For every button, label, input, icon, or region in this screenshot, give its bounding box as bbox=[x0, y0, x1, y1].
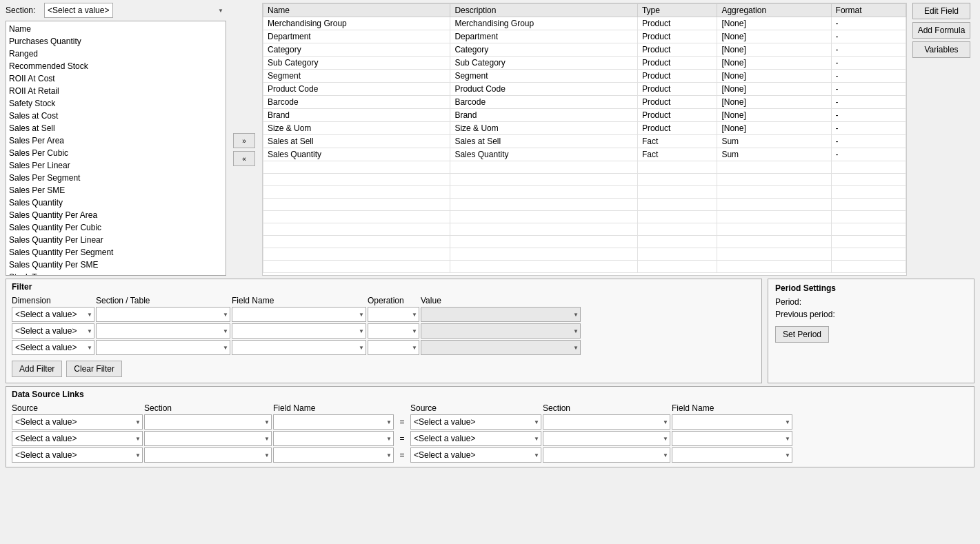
table-row[interactable] bbox=[263, 236, 906, 248]
ds-source2-select-2[interactable]: <Select a value> bbox=[410, 431, 541, 446]
filter-dimension-select-3[interactable]: <Select a value> bbox=[12, 340, 94, 355]
table-row[interactable]: DepartmentDepartmentProduct[None]- bbox=[263, 30, 906, 43]
table-row[interactable] bbox=[263, 248, 906, 261]
table-row[interactable] bbox=[263, 161, 906, 174]
filter-field-select-1[interactable] bbox=[232, 307, 366, 322]
table-row[interactable] bbox=[263, 261, 906, 273]
list-item[interactable]: Sales Per Area bbox=[6, 134, 226, 147]
filter-field-select-2[interactable] bbox=[232, 323, 366, 339]
table-cell: Category bbox=[263, 43, 450, 57]
set-period-button[interactable]: Set Period bbox=[775, 326, 829, 343]
edit-field-button[interactable]: Edit Field bbox=[912, 3, 970, 19]
list-item[interactable]: Sales Per SME bbox=[6, 184, 226, 197]
table-row[interactable]: SegmentSegmentProduct[None]- bbox=[263, 70, 906, 83]
list-item[interactable]: Sales Quantity Per SME bbox=[6, 259, 226, 271]
ds-field2-select-3[interactable] bbox=[672, 447, 792, 463]
filter-dimension-select-2[interactable]: <Select a value> bbox=[12, 323, 94, 339]
table-cell bbox=[717, 223, 831, 236]
table-row[interactable]: Sales at SellSales at SellFactSum- bbox=[263, 135, 906, 148]
table-row[interactable]: Merchandising GroupMerchandising GroupPr… bbox=[263, 17, 906, 30]
list-item[interactable]: ROII At Retail bbox=[6, 85, 226, 97]
list-item[interactable]: Sales at Sell bbox=[6, 122, 226, 134]
section-select[interactable]: <Select a value> bbox=[44, 3, 113, 18]
list-item[interactable]: Sales Per Linear bbox=[6, 159, 226, 172]
table-row[interactable] bbox=[263, 174, 906, 186]
filter-dim-wrapper-2: <Select a value> bbox=[12, 323, 94, 339]
list-item[interactable]: Recommended Stock bbox=[6, 60, 226, 72]
ds-source2-select-3[interactable]: <Select a value> bbox=[410, 447, 541, 463]
list-item[interactable]: Sales at Cost bbox=[6, 110, 226, 122]
ds-field2-select-1[interactable] bbox=[672, 414, 792, 430]
arrow-right-btn[interactable]: » bbox=[233, 133, 255, 148]
list-item[interactable]: Safety Stock bbox=[6, 97, 226, 110]
ds-source1-select-3[interactable]: <Select a value> bbox=[12, 447, 143, 463]
filter-header-field: Field Name bbox=[232, 296, 366, 305]
table-row[interactable]: BrandBrandProduct[None]- bbox=[263, 109, 906, 122]
ds-field1-select-2[interactable] bbox=[273, 431, 394, 446]
list-item[interactable]: ROII At Cost bbox=[6, 72, 226, 85]
table-row[interactable] bbox=[263, 186, 906, 199]
table-row[interactable] bbox=[263, 199, 906, 211]
filter-dimension-select-1[interactable]: <Select a value> bbox=[12, 307, 94, 322]
list-item[interactable]: Sales Quantity bbox=[6, 197, 226, 209]
filter-section-select-1[interactable] bbox=[96, 307, 230, 322]
ds-field2-select-2[interactable] bbox=[672, 431, 792, 446]
table-row[interactable]: BarcodeBarcodeProduct[None]- bbox=[263, 96, 906, 109]
ds-source2-select-1[interactable]: <Select a value> bbox=[410, 414, 541, 430]
table-cell: - bbox=[831, 148, 906, 161]
ds-header-section1: Section bbox=[144, 403, 272, 413]
table-cell: Sub Category bbox=[450, 57, 637, 70]
table-row[interactable]: Sub CategorySub CategoryProduct[None]- bbox=[263, 57, 906, 70]
add-formula-button[interactable]: Add Formula bbox=[912, 22, 970, 39]
filter-operation-select-3[interactable] bbox=[368, 340, 419, 355]
ds-source1-select-2[interactable]: <Select a value> bbox=[12, 431, 143, 446]
table-row[interactable]: Product CodeProduct CodeProduct[None]- bbox=[263, 83, 906, 96]
clear-filter-button[interactable]: Clear Filter bbox=[66, 361, 122, 377]
ds-source1-select-1[interactable]: <Select a value> bbox=[12, 414, 143, 430]
table-row[interactable]: Size & UomSize & UomProduct[None]- bbox=[263, 122, 906, 135]
ds-field1-select-3[interactable] bbox=[273, 447, 394, 463]
ds-section2-select-2[interactable] bbox=[543, 431, 670, 446]
filter-value-select-2[interactable] bbox=[421, 323, 581, 339]
ds-header-field1: Field Name bbox=[273, 403, 394, 413]
ds-section1-select-3[interactable] bbox=[144, 447, 272, 463]
col-header-description: Description bbox=[450, 4, 637, 17]
list-item[interactable]: Sales Quantity Per Linear bbox=[6, 234, 226, 246]
add-filter-button[interactable]: Add Filter bbox=[12, 361, 62, 377]
filter-section-select-2[interactable] bbox=[96, 323, 230, 339]
list-item[interactable]: Sales Quantity Per Segment bbox=[6, 246, 226, 259]
filter-dim-wrapper-1: <Select a value> bbox=[12, 307, 94, 322]
table-cell: - bbox=[831, 43, 906, 57]
filter-section-select-3[interactable] bbox=[96, 340, 230, 355]
table-cell: Sales at Sell bbox=[450, 135, 637, 148]
ds-section2-select-3[interactable] bbox=[543, 447, 670, 463]
filter-value-select-1[interactable] bbox=[421, 307, 581, 322]
table-row[interactable] bbox=[263, 211, 906, 223]
table-cell bbox=[717, 261, 831, 273]
table-cell bbox=[450, 211, 637, 223]
filter-value-select-3[interactable] bbox=[421, 340, 581, 355]
list-item[interactable]: Name bbox=[6, 23, 226, 35]
list-item[interactable]: Sales Per Segment bbox=[6, 172, 226, 184]
ds-section1-select-1[interactable] bbox=[144, 414, 272, 430]
table-row[interactable] bbox=[263, 223, 906, 236]
filter-operation-select-2[interactable] bbox=[368, 323, 419, 339]
list-item[interactable]: Stock Turns bbox=[6, 271, 226, 275]
list-item[interactable]: Sales Quantity Per Cubic bbox=[6, 221, 226, 234]
table-cell: - bbox=[831, 30, 906, 43]
ds-field1-select-1[interactable] bbox=[273, 414, 394, 430]
ds-section2-select-1[interactable] bbox=[543, 414, 670, 430]
list-item[interactable]: Ranged bbox=[6, 48, 226, 60]
arrow-left-btn[interactable]: « bbox=[233, 151, 255, 166]
filter-operation-select-1[interactable] bbox=[368, 307, 419, 322]
table-row[interactable]: CategoryCategoryProduct[None]- bbox=[263, 43, 906, 57]
list-item[interactable]: Sales Per Cubic bbox=[6, 147, 226, 159]
table-cell: Brand bbox=[263, 109, 450, 122]
list-item[interactable]: Purchases Quantity bbox=[6, 35, 226, 48]
ds-section1-select-2[interactable] bbox=[144, 431, 272, 446]
list-item[interactable]: Sales Quantity Per Area bbox=[6, 209, 226, 221]
table-row[interactable]: Sales QuantitySales QuantityFactSum- bbox=[263, 148, 906, 161]
filter-field-select-3[interactable] bbox=[232, 340, 366, 355]
left-list-scroll[interactable]: NamePurchases QuantityRangedRecommended … bbox=[6, 21, 226, 275]
variables-button[interactable]: Variables bbox=[912, 41, 970, 58]
